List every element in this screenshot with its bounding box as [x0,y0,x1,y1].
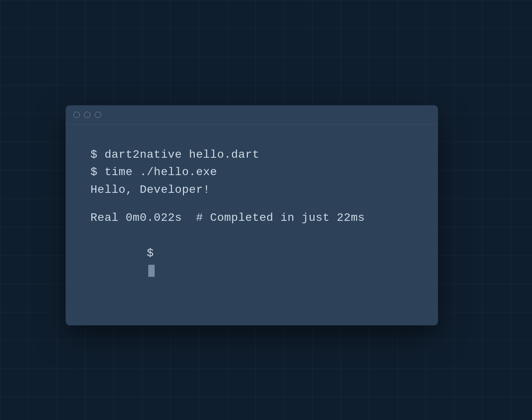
terminal-cursor [148,265,155,277]
close-button-icon[interactable] [73,112,80,118]
terminal-line-2: $ time ./hello.exe [90,163,413,181]
terminal-body: $ dart2native hello.dart $ time ./hello.… [66,125,438,326]
terminal-line-6: $ [90,227,413,297]
terminal-line-1: $ dart2native hello.dart [90,146,413,164]
terminal-prompt: $ [147,247,154,260]
terminal-line-5: Real 0m0.022s # Completed in just 22ms [90,209,413,227]
minimize-button-icon[interactable] [84,112,90,118]
maximize-button-icon[interactable] [95,112,101,118]
terminal-titlebar [66,105,438,125]
spacer [90,198,413,209]
terminal-wrapper: $ dart2native hello.dart $ time ./hello.… [66,105,438,326]
terminal-window: $ dart2native hello.dart $ time ./hello.… [66,105,438,326]
terminal-line-3: Hello, Developer! [90,181,413,199]
